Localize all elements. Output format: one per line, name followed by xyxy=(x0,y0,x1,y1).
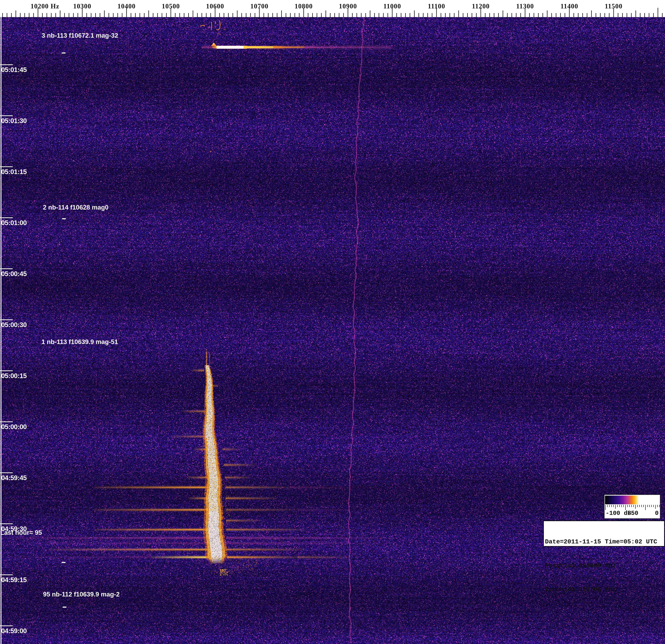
event-marker-dash xyxy=(62,53,65,54)
event-marker-dash xyxy=(62,562,65,563)
info-frequency: Freq=143.050000 MHz xyxy=(545,562,663,570)
meteor-spectrogram-screen: 10200 Hz10300104001050010600107001080010… xyxy=(0,0,665,644)
time-tick-label: 04:59:15 xyxy=(1,576,27,584)
time-tick-label: 05:01:00 xyxy=(1,219,27,227)
frequency-tick-label: 10800 xyxy=(295,2,313,10)
frequency-tick-label: 10200 Hz xyxy=(31,2,59,10)
time-tick-label: 04:59:45 xyxy=(1,474,27,482)
time-tick-label: 05:01:30 xyxy=(1,117,27,125)
time-tick-label: 05:00:15 xyxy=(1,372,27,380)
colorbar-label-mid: -50 xyxy=(627,510,638,517)
frequency-tick-label: 11400 xyxy=(560,2,578,10)
time-tick-label: 04:59:00 xyxy=(1,627,27,635)
time-tick-label: 05:00:45 xyxy=(1,270,27,278)
info-echo-frequency: Echo=143.039795 MHz xyxy=(545,586,663,593)
frequency-tick-label: 11000 xyxy=(383,2,401,10)
frequency-tick-label: 10300 xyxy=(73,2,91,10)
colorbar-label-max: 0 xyxy=(655,510,659,517)
time-tick-label: 05:00:00 xyxy=(1,423,27,431)
status-info-box: Date=2011-11-15 Time=05:02 UTC Freq=143.… xyxy=(543,520,665,547)
event-annotation: 2 nb-114 f10628 mag0 xyxy=(43,204,109,211)
time-tick-label: 05:01:15 xyxy=(1,168,27,176)
frequency-tick-label: 10700 xyxy=(250,2,268,10)
frequency-tick-label: 10400 xyxy=(117,2,136,10)
frequency-tick-label: 11100 xyxy=(428,2,445,10)
time-tick-label: 05:00:30 xyxy=(1,321,27,329)
frequency-tick-label: 10500 xyxy=(162,2,180,10)
frequency-tick-label: 10900 xyxy=(339,2,357,10)
frequency-tick-label: 11500 xyxy=(605,2,622,10)
frequency-tick-label: 11300 xyxy=(516,2,534,10)
frequency-tick-label: 11200 xyxy=(472,2,490,10)
time-tick-label: 05:01:45 xyxy=(1,66,27,74)
frequency-tick-label: 10600 xyxy=(206,2,224,10)
event-annotation: 1 nb-113 f10639.9 mag-51 xyxy=(41,338,118,345)
event-annotation: 95 nb-112 f10639.9 mag-2 xyxy=(43,591,119,598)
last-hour-counter: Last hour= 95 xyxy=(0,529,42,536)
info-date-time: Date=2011-11-15 Time=05:02 UTC xyxy=(545,538,663,546)
event-marker-dash xyxy=(62,218,66,219)
event-annotation: 3 nb-113 f10672.1 mag-32 xyxy=(42,32,118,39)
event-marker-dash xyxy=(63,607,66,608)
